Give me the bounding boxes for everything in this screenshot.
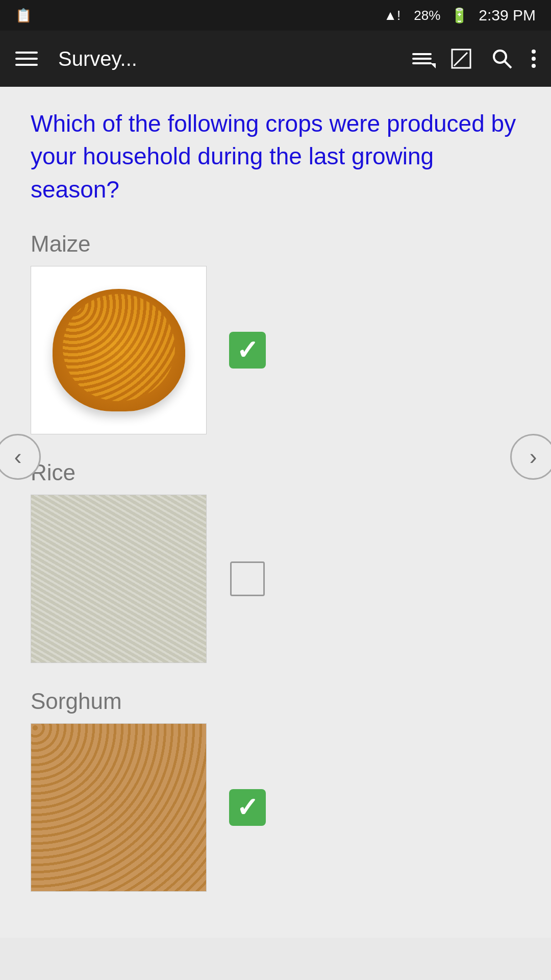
hamburger-line-2 <box>15 58 38 60</box>
list-line-1 <box>412 53 432 55</box>
checkbox-sorghum-checked[interactable]: ✓ <box>229 789 266 826</box>
svg-line-2 <box>454 65 455 66</box>
checkmark-maize: ✓ <box>236 337 259 363</box>
crop-row-rice <box>31 495 520 663</box>
more-options-icon[interactable] <box>532 50 536 68</box>
dot-2 <box>532 57 536 61</box>
checkbox-maize-checked[interactable]: ✓ <box>229 332 266 369</box>
crop-image-rice <box>31 495 207 663</box>
dot-3 <box>532 64 536 68</box>
survey-content: ‹ › Which of the following crops were pr… <box>0 87 551 938</box>
list-icon-arrow <box>431 63 436 68</box>
hamburger-line-1 <box>15 52 38 54</box>
svg-point-3 <box>494 51 506 63</box>
rice-visual <box>31 495 206 663</box>
maize-visual <box>31 266 206 434</box>
checkbox-rice-unchecked[interactable] <box>230 561 265 596</box>
status-bar: 📋 ▲! 28% 🔋 2:39 PM <box>0 0 551 31</box>
crop-row-maize: ✓ <box>31 266 520 434</box>
crop-image-maize <box>31 266 207 434</box>
question-text: Which of the following crops were produc… <box>31 107 520 206</box>
next-button[interactable]: › <box>510 434 551 480</box>
list-view-icon[interactable] <box>412 53 432 64</box>
crop-label-maize: Maize <box>31 231 520 257</box>
list-line-3 <box>412 62 432 64</box>
prev-arrow-icon: ‹ <box>14 444 22 470</box>
list-line-2 <box>412 58 432 60</box>
app-bar-icons <box>412 47 536 70</box>
svg-line-1 <box>455 53 467 65</box>
crop-row-sorghum: ✓ <box>31 723 520 892</box>
crop-item-maize: Maize ✓ <box>31 231 520 434</box>
app-bar-title: Survey... <box>58 47 392 70</box>
crop-label-sorghum: Sorghum <box>31 689 520 714</box>
edit-svg <box>450 47 472 70</box>
checkbox-container-sorghum[interactable]: ✓ <box>227 787 268 828</box>
app-icon-area: 📋 <box>15 8 32 23</box>
hamburger-menu-button[interactable] <box>15 52 38 66</box>
next-arrow-icon: › <box>530 444 537 470</box>
checkbox-container-maize[interactable]: ✓ <box>227 330 268 371</box>
checkbox-container-rice[interactable] <box>227 558 268 599</box>
status-time: 2:39 PM <box>479 7 536 24</box>
crop-item-sorghum: Sorghum ✓ <box>31 689 520 892</box>
app-bar: Survey... <box>0 31 551 87</box>
search-icon[interactable] <box>491 47 513 70</box>
checkmark-sorghum: ✓ <box>236 794 259 821</box>
battery-icon: 🔋 <box>450 7 468 24</box>
app-icon: 📋 <box>15 8 32 23</box>
search-svg <box>491 47 513 70</box>
maize-pile-graphic <box>53 289 185 411</box>
crop-item-rice: Rice <box>31 460 520 663</box>
sorghum-visual <box>31 724 206 891</box>
crop-image-sorghum <box>31 723 207 892</box>
dot-1 <box>532 50 536 54</box>
battery-percent: 28% <box>414 8 440 23</box>
edit-icon[interactable] <box>450 47 472 70</box>
svg-line-4 <box>505 61 511 68</box>
signal-icon: ▲! <box>384 8 400 23</box>
hamburger-line-3 <box>15 64 38 66</box>
crop-label-rice: Rice <box>31 460 520 485</box>
